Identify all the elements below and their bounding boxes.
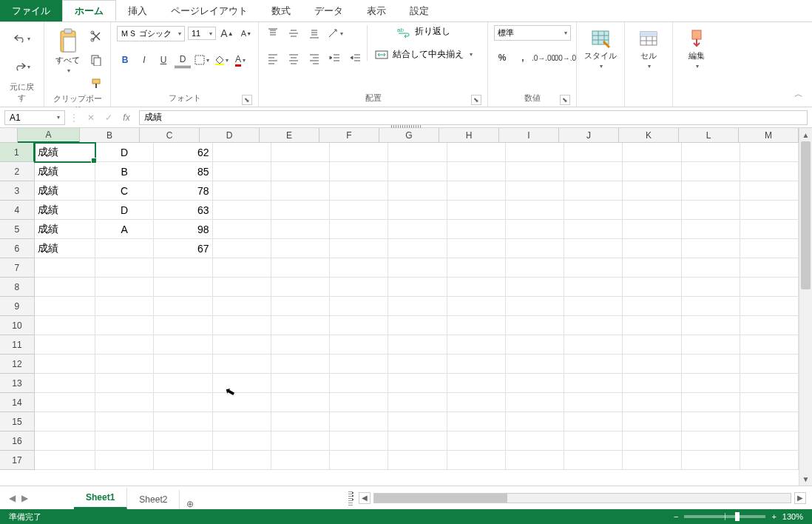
cell-E7[interactable]	[271, 258, 330, 278]
row-header-16[interactable]: 16	[0, 431, 35, 451]
cell-E5[interactable]	[271, 220, 330, 239]
zoom-slider[interactable]	[684, 515, 765, 518]
cell-B5[interactable]: A	[95, 220, 154, 239]
cell-H6[interactable]	[447, 239, 506, 258]
cell-L11[interactable]	[682, 335, 740, 355]
comma-button[interactable]: ,	[515, 50, 531, 66]
cell-D9[interactable]	[213, 297, 271, 316]
cell-D11[interactable]	[213, 335, 271, 355]
cell-G5[interactable]	[388, 220, 447, 239]
style-button[interactable]: スタイル▾	[583, 25, 618, 73]
cell-K10[interactable]	[623, 316, 681, 335]
cell-F2[interactable]	[330, 162, 388, 181]
cell-A11[interactable]	[35, 335, 95, 355]
number-launcher[interactable]: ⬊	[560, 95, 570, 105]
percent-button[interactable]: %	[494, 50, 510, 66]
decrease-decimal-button[interactable]: .00→.0	[556, 50, 572, 66]
cell-A1[interactable]: 成績	[35, 143, 95, 162]
cell-G1[interactable]	[388, 143, 447, 162]
cell-F11[interactable]	[330, 335, 388, 355]
cell-C2[interactable]: 85	[154, 162, 212, 181]
cell-C16[interactable]	[154, 431, 212, 451]
cell-L7[interactable]	[682, 258, 740, 278]
row-header-1[interactable]: 1	[0, 143, 35, 162]
column-header-E[interactable]: E	[260, 128, 319, 143]
cut-button[interactable]	[88, 28, 104, 44]
row-header-7[interactable]: 7	[0, 258, 35, 278]
cell-F5[interactable]	[330, 220, 388, 239]
cell-F16[interactable]	[330, 431, 388, 451]
cell-A3[interactable]: 成績	[35, 181, 95, 201]
cell-L8[interactable]	[682, 278, 740, 297]
zoom-out-button[interactable]: −	[674, 512, 678, 521]
cell-E13[interactable]	[271, 374, 330, 393]
cell-I17[interactable]	[506, 451, 564, 470]
cell-E14[interactable]	[271, 393, 330, 412]
cell-J10[interactable]	[564, 316, 623, 335]
cell-A5[interactable]: 成績	[35, 220, 95, 239]
cell-M10[interactable]	[740, 316, 799, 335]
font-name-select[interactable]: ＭＳ ゴシック▾	[117, 26, 185, 41]
cell-K16[interactable]	[623, 431, 681, 451]
zoom-level[interactable]: 130%	[782, 512, 803, 521]
cell-G7[interactable]	[388, 258, 447, 278]
cell-D5[interactable]	[213, 220, 271, 239]
formula-input[interactable]: 成績	[139, 110, 808, 125]
column-header-K[interactable]: K	[619, 128, 679, 143]
tab-view[interactable]: 表示	[355, 0, 398, 21]
vscroll-thumb[interactable]	[801, 141, 811, 289]
cell-B3[interactable]: C	[95, 181, 154, 201]
decrease-indent-button[interactable]	[327, 50, 343, 67]
cell-D17[interactable]	[213, 451, 271, 470]
cell-C9[interactable]	[154, 297, 212, 316]
cell-A14[interactable]	[35, 393, 95, 412]
tab-file[interactable]: ファイル	[0, 0, 62, 21]
name-box[interactable]: A1▾	[4, 110, 65, 125]
column-header-D[interactable]: D	[200, 128, 260, 143]
cell-F13[interactable]	[330, 374, 388, 393]
tab-data[interactable]: データ	[302, 0, 355, 21]
cell-L4[interactable]	[682, 201, 740, 220]
cell-G9[interactable]	[388, 297, 447, 316]
row-header-11[interactable]: 11	[0, 335, 35, 355]
cell-I12[interactable]	[506, 355, 564, 374]
cell-B2[interactable]: B	[95, 162, 154, 181]
cell-A10[interactable]	[35, 316, 95, 335]
cell-C7[interactable]	[154, 258, 212, 278]
cell-K1[interactable]	[623, 143, 681, 162]
cancel-formula-button[interactable]: ✕	[83, 110, 99, 126]
cell-M12[interactable]	[740, 355, 799, 374]
cell-K13[interactable]	[623, 374, 681, 393]
cell-H14[interactable]	[447, 393, 506, 412]
cell-I8[interactable]	[506, 278, 564, 297]
cell-C5[interactable]: 98	[154, 220, 212, 239]
column-header-L[interactable]: L	[679, 128, 739, 143]
ribbon-collapse-button[interactable]: ︿	[794, 88, 803, 101]
select-all-corner[interactable]	[0, 128, 18, 143]
cell-A16[interactable]	[35, 431, 95, 451]
cell-D7[interactable]	[213, 258, 271, 278]
cell-I16[interactable]	[506, 431, 564, 451]
column-header-M[interactable]: M	[739, 128, 799, 143]
cell-L13[interactable]	[682, 374, 740, 393]
cell-M15[interactable]	[740, 412, 799, 431]
underline-button[interactable]: U	[155, 52, 172, 68]
cell-E12[interactable]	[271, 355, 330, 374]
cell-B1[interactable]: D	[95, 143, 154, 162]
cell-F14[interactable]	[330, 393, 388, 412]
column-header-J[interactable]: J	[559, 128, 619, 143]
italic-button[interactable]: I	[136, 52, 152, 68]
column-header-F[interactable]: F	[319, 128, 379, 143]
cell-K7[interactable]	[623, 258, 681, 278]
column-header-C[interactable]: C	[140, 128, 200, 143]
increase-decimal-button[interactable]: .0→.00	[535, 50, 552, 66]
cell-H3[interactable]	[447, 181, 506, 201]
cell-L5[interactable]	[682, 220, 740, 239]
row-header-15[interactable]: 15	[0, 412, 35, 431]
row-header-6[interactable]: 6	[0, 239, 35, 258]
cell-D12[interactable]	[213, 355, 271, 374]
sheet-tab-2[interactable]: Sheet2	[127, 490, 180, 509]
cell-D8[interactable]	[213, 278, 271, 297]
cell-A12[interactable]	[35, 355, 95, 374]
scroll-left-button[interactable]: ◀	[359, 492, 371, 504]
